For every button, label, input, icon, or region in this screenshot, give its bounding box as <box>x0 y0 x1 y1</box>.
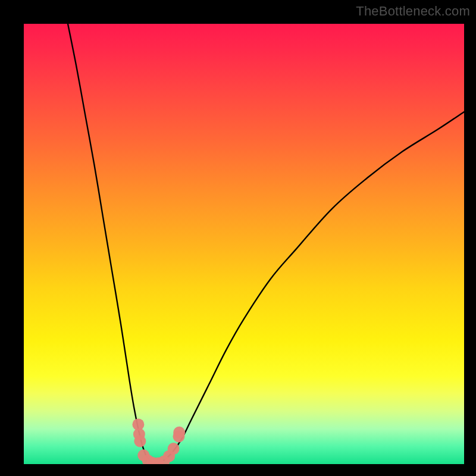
plot-area <box>24 24 464 464</box>
chart-frame: TheBottleneck.com <box>0 0 476 476</box>
curve-left-branch <box>68 24 156 464</box>
curve-layer <box>24 24 464 464</box>
watermark-text: TheBottleneck.com <box>356 4 470 19</box>
marker-point <box>168 443 180 455</box>
marker-point <box>134 436 146 447</box>
marker-point <box>173 427 185 439</box>
curve-right-branch <box>156 112 464 464</box>
